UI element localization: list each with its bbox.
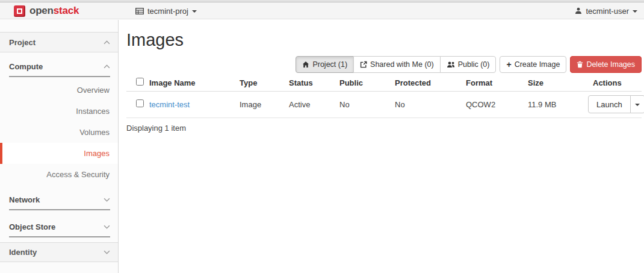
filter-public-button[interactable]: Public (0) xyxy=(440,56,497,73)
delete-images-label: Delete Images xyxy=(586,60,635,69)
project-switcher-label: tecmint-proj xyxy=(147,7,188,16)
users-icon xyxy=(447,61,455,68)
column-header-protected[interactable]: Protected xyxy=(395,75,466,91)
column-header-image-name[interactable]: Image Name xyxy=(149,75,240,91)
cell-size: 11.9 MB xyxy=(528,91,588,118)
column-header-status[interactable]: Status xyxy=(289,75,339,91)
sidebar-item-instances[interactable]: Instances xyxy=(0,101,118,122)
sidebar-spacer xyxy=(0,20,118,33)
chevron-down-icon xyxy=(104,225,110,229)
top-navbar: openstack tecmint-proj tecmint-user xyxy=(0,2,644,19)
create-image-button[interactable]: + Create Image xyxy=(500,56,566,73)
cell-public: No xyxy=(339,91,395,118)
sidebar-project-label: Project xyxy=(9,38,36,47)
sidebar-item-access-security[interactable]: Access & Security xyxy=(0,164,118,185)
openstack-logo-icon xyxy=(14,5,25,17)
sidebar-dashboard-project[interactable]: Project xyxy=(0,33,118,52)
project-switcher-dropdown[interactable]: tecmint-proj xyxy=(135,2,197,19)
page-title: Images xyxy=(126,29,642,51)
project-table-icon xyxy=(135,8,144,14)
table-row-tecmint-test: tecmint-test Image Active No No QCOW2 11… xyxy=(126,91,642,118)
select-all-checkbox[interactable] xyxy=(136,78,144,86)
filter-label: Public (0) xyxy=(458,60,490,69)
logo-text: openstack xyxy=(29,5,79,17)
column-header-size[interactable]: Size xyxy=(528,75,588,91)
row-checkbox[interactable] xyxy=(136,99,144,107)
caret-down-icon xyxy=(192,10,197,13)
sidebar-section-network[interactable]: Network xyxy=(0,190,118,209)
sidebar-object-store-label: Object Store xyxy=(9,222,55,231)
filter-label: Shared with Me (0) xyxy=(370,60,434,69)
cell-type: Image xyxy=(240,91,289,118)
delete-images-button[interactable]: Delete Images xyxy=(570,56,642,73)
sidebar-section-compute[interactable]: Compute xyxy=(0,57,118,76)
column-header-type[interactable]: Type xyxy=(240,75,289,91)
sidebar-item-label: Instances xyxy=(76,107,110,116)
sidebar-identity-label: Identity xyxy=(9,248,37,257)
row-actions-split-button: Launch xyxy=(588,95,644,113)
sidebar-item-label: Access & Security xyxy=(46,170,110,179)
logo-text-stack: stack xyxy=(54,5,79,16)
sidebar-item-volumes[interactable]: Volumes xyxy=(0,122,118,143)
column-header-actions: Actions xyxy=(588,75,642,91)
user-menu-dropdown[interactable]: tecmint-user xyxy=(575,2,637,19)
chevron-up-icon xyxy=(104,64,110,69)
openstack-logo[interactable]: openstack xyxy=(14,2,79,19)
image-filter-button-group: Project (1) Shared with Me (0) Public (0… xyxy=(296,56,496,73)
sidebar-dashboard-identity[interactable]: Identity xyxy=(0,242,118,262)
table-footer-count: Displaying 1 item xyxy=(126,124,642,133)
filter-shared-with-me-button[interactable]: Shared with Me (0) xyxy=(353,56,441,73)
sidebar-network-label: Network xyxy=(9,195,40,204)
caret-down-icon xyxy=(635,104,640,106)
chevron-up-icon xyxy=(104,40,110,45)
filter-project-button[interactable]: Project (1) xyxy=(296,56,354,73)
section-divider xyxy=(9,76,110,77)
cell-protected: No xyxy=(395,91,466,118)
image-name-link[interactable]: tecmint-test xyxy=(149,100,190,109)
sidebar-compute-label: Compute xyxy=(9,62,43,71)
row-actions-dropdown-toggle[interactable] xyxy=(630,95,644,113)
cell-status: Active xyxy=(289,91,339,118)
openstack-horizon-dashboard: openstack tecmint-proj tecmint-user Proj… xyxy=(0,0,644,273)
user-icon xyxy=(575,7,582,14)
section-divider xyxy=(9,236,110,237)
chevron-down-icon xyxy=(104,250,110,254)
compute-panel-list: Overview Instances Volumes Images Access… xyxy=(0,80,118,185)
home-icon xyxy=(302,61,309,68)
main-content: Images Project (1) Shared with Me (0) Pu… xyxy=(119,20,644,273)
sidebar-item-label: Volumes xyxy=(79,128,110,137)
plus-icon: + xyxy=(506,61,511,67)
column-header-format[interactable]: Format xyxy=(466,75,528,91)
trash-icon xyxy=(577,61,583,68)
section-divider xyxy=(9,209,110,210)
caret-down-icon xyxy=(633,10,637,13)
share-icon xyxy=(360,61,367,68)
chevron-down-icon xyxy=(104,198,110,202)
sidebar-item-overview[interactable]: Overview xyxy=(0,80,118,101)
sidebar-item-images[interactable]: Images xyxy=(0,143,118,164)
sidebar-item-label: Overview xyxy=(77,86,110,95)
launch-button[interactable]: Launch xyxy=(588,95,631,113)
sidebar-section-object-store[interactable]: Object Store xyxy=(0,217,118,236)
cell-format: QCOW2 xyxy=(466,91,528,118)
filter-label: Project (1) xyxy=(312,60,347,69)
sidebar-item-label: Images xyxy=(84,149,110,158)
logo-text-open: open xyxy=(29,5,54,16)
sidebar-navigation: Project Compute Overview Instances Volum… xyxy=(0,20,119,273)
table-toolbar: Project (1) Shared with Me (0) Public (0… xyxy=(126,56,642,73)
images-table: Image Name Type Status Public Protected … xyxy=(126,75,642,118)
create-image-label: Create Image xyxy=(515,60,560,69)
user-menu-label: tecmint-user xyxy=(586,7,629,16)
table-header-row: Image Name Type Status Public Protected … xyxy=(126,75,642,91)
column-header-public[interactable]: Public xyxy=(339,75,395,91)
